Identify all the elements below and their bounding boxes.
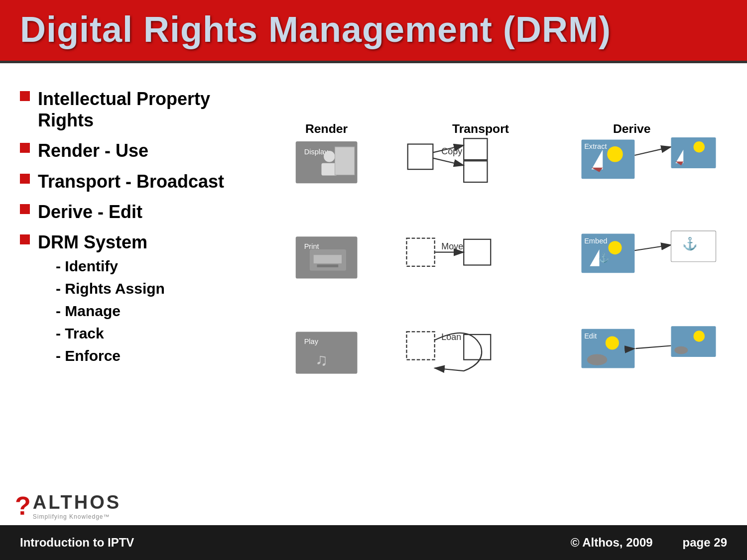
sub-item-enforce: - Enforce (56, 344, 165, 367)
svg-rect-21 (464, 239, 491, 265)
svg-text:♫: ♫ (315, 350, 328, 369)
svg-rect-3 (408, 144, 433, 170)
svg-line-25 (634, 245, 671, 250)
print-label: Print (304, 242, 319, 250)
svg-point-0 (324, 151, 335, 162)
bullet-icon-3 (20, 174, 30, 184)
bullet-icon-5 (20, 234, 30, 244)
footer-right: © Althos, 2009 page 29 (571, 536, 727, 550)
bullet-item-5: DRM System - Identify - Rights Assign - … (20, 231, 259, 367)
bullet-text-3: Transport - Broadcast (38, 171, 224, 192)
left-panel: Intellectual Property Rights Render - Us… (20, 78, 259, 496)
svg-rect-6 (464, 138, 487, 160)
logo-name: ALTHOS (33, 492, 121, 513)
derive-header: Derive (613, 122, 651, 135)
bullet-icon-1 (20, 91, 30, 101)
main-content: Intellectual Property Rights Render - Us… (0, 63, 747, 506)
logo-question-mark: ? (15, 494, 31, 518)
svg-rect-30 (464, 335, 491, 360)
svg-rect-19 (407, 238, 435, 266)
sub-item-track: - Track (56, 322, 165, 344)
edit-label: Edit (584, 332, 597, 340)
svg-point-36 (674, 346, 688, 354)
sub-item-manage: - Manage (56, 300, 165, 322)
svg-point-13 (694, 141, 705, 153)
svg-rect-18 (317, 264, 339, 267)
sub-item-rights-assign: - Rights Assign (56, 277, 165, 300)
move-label: Move (441, 241, 463, 251)
bullet-text-1: Intellectual Property Rights (38, 88, 259, 131)
svg-point-35 (694, 331, 705, 342)
bullet-item-2: Render - Use (20, 140, 259, 161)
bullet-icon-4 (20, 204, 30, 214)
bullet-text-5: DRM System (38, 232, 147, 252)
svg-line-33 (636, 346, 671, 349)
footer: Introduction to IPTV © Althos, 2009 page… (0, 525, 747, 560)
svg-rect-17 (314, 255, 342, 263)
svg-line-11 (634, 147, 671, 155)
bullet-item-1: Intellectual Property Rights (20, 88, 259, 131)
svg-text:⚓: ⚓ (682, 236, 698, 251)
sub-item-identify: - Identify (56, 255, 165, 277)
svg-line-5 (433, 158, 464, 166)
extract-label: Extract (584, 142, 607, 150)
svg-rect-12 (671, 137, 716, 168)
bullet-icon-2 (20, 143, 30, 153)
logo-tagline: Simplifying Knowledge™ (33, 513, 121, 520)
svg-point-32 (587, 354, 608, 365)
bullet-item-3: Transport - Broadcast (20, 171, 259, 192)
right-panel: Render Transport Derive Display Copy (279, 78, 727, 496)
svg-text:⚓: ⚓ (598, 252, 610, 263)
svg-point-31 (606, 336, 619, 349)
render-header: Render (305, 122, 348, 135)
play-label: Play (304, 337, 319, 345)
svg-rect-29 (407, 332, 435, 359)
svg-point-22 (609, 241, 622, 254)
bullet-text-4: Derive - Edit (38, 201, 142, 223)
sub-items-drm: - Identify - Rights Assign - Manage - Tr… (56, 255, 165, 367)
bullet-text-2: Render - Use (38, 140, 148, 161)
drm-diagram: Render Transport Derive Display Copy (279, 83, 727, 496)
header: Digital Rights Management (DRM) (0, 0, 747, 63)
althos-logo: ? ALTHOS Simplifying Knowledge™ (15, 492, 121, 520)
transport-header: Transport (452, 122, 509, 135)
footer-copyright: © Althos, 2009 (571, 536, 653, 550)
bullet-item-4: Derive - Edit (20, 201, 259, 223)
footer-page-number: page 29 (683, 536, 727, 550)
svg-point-8 (607, 146, 623, 162)
footer-course-title: Introduction to IPTV (20, 536, 134, 550)
embed-label: Embed (584, 237, 607, 245)
svg-rect-7 (464, 161, 487, 182)
svg-rect-2 (335, 147, 355, 175)
page-title: Digital Rights Management (DRM) (20, 9, 611, 49)
